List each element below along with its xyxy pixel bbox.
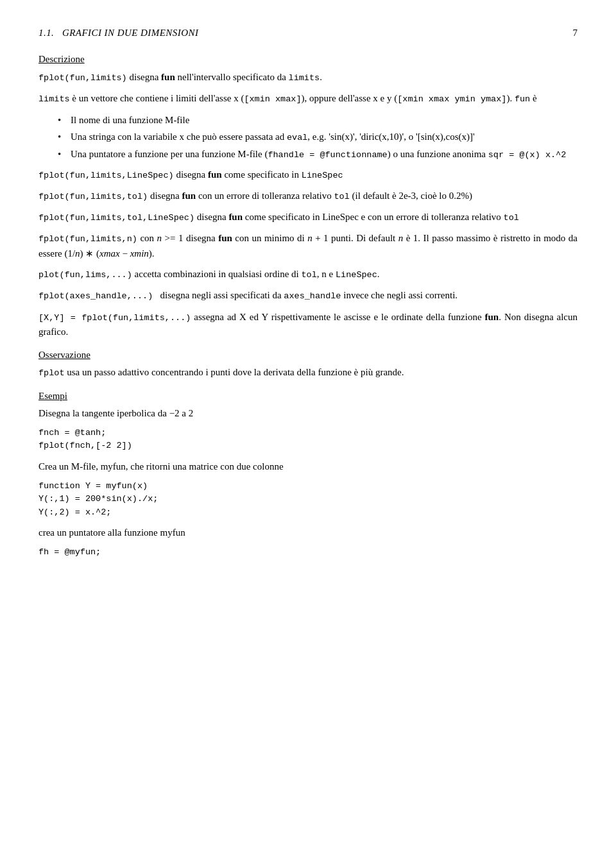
code-fun-2: fun bbox=[515, 94, 530, 104]
code-xy-fplot: [X,Y] = fplot(fun,limits,...) bbox=[38, 313, 191, 323]
code-tol: tol bbox=[334, 192, 349, 201]
paragraph-n: fplot(fun,limits,n) con n >= 1 disegna f… bbox=[38, 231, 578, 260]
page-number: 7 bbox=[573, 26, 578, 40]
bullet-1: Il nome di una funzione M-file bbox=[58, 113, 578, 128]
code-fplot-axes: fplot(axes_handle,...) bbox=[38, 291, 153, 301]
paragraph-fplot-limits: fplot(fun,limits) disegna fun nell'inter… bbox=[38, 70, 578, 85]
descrizione-heading: Descrizione bbox=[38, 52, 578, 67]
code-plot-lims: plot(fun,lims,...) bbox=[38, 270, 132, 280]
bold-fun-6: fun bbox=[218, 233, 232, 243]
code-fhandle: fhandle = @functionname bbox=[268, 150, 387, 160]
code-xmin-xmax-ymin-ymax: [xmin xmax ymin ymax] bbox=[397, 94, 506, 104]
paragraph-linespec: fplot(fun,limits,LineSpec) disegna fun c… bbox=[38, 167, 578, 182]
code-limits: limits bbox=[289, 73, 320, 83]
code-fplot-obs: fplot bbox=[38, 368, 65, 378]
code-block-1: fnch = @tanh; fplot(fnch,[-2 2]) bbox=[38, 427, 578, 453]
paragraph-xy-fplot: [X,Y] = fplot(fun,limits,...) assegna ad… bbox=[38, 310, 578, 339]
paragraph-limits-desc: limits è un vettore che contiene i limit… bbox=[38, 91, 578, 106]
italic-xmax: xmax bbox=[99, 248, 120, 259]
section-number: 1.1. bbox=[38, 28, 54, 38]
bold-fun-1: fun bbox=[161, 72, 175, 82]
code-tol-2: tol bbox=[504, 213, 519, 223]
code-axes-handle: axes_handle bbox=[284, 291, 341, 301]
bold-fun-4: fun bbox=[182, 191, 196, 201]
crea-puntatore-text: crea un puntatore alla funzione myfun bbox=[38, 525, 578, 540]
code-fplot-limits: fplot(fun,limits) bbox=[38, 73, 127, 83]
osservazione-section: Osservazione fplot usa un passo adattivo… bbox=[38, 348, 578, 380]
italic-n-1: n bbox=[157, 233, 162, 243]
descrizione-section: Descrizione fplot(fun,limits) disegna fu… bbox=[38, 52, 578, 339]
code-fplot-tol-linespec: fplot(fun,limits,tol,LineSpec) bbox=[38, 213, 194, 223]
bold-fun-3: fun bbox=[208, 169, 222, 180]
code-eval: eval bbox=[287, 133, 307, 142]
paragraph-plot-lims: plot(fun,lims,...) accetta combinazioni … bbox=[38, 267, 578, 282]
paragraph-axes-handle: fplot(axes_handle,...) disegna negli ass… bbox=[38, 288, 578, 303]
esempi-intro: Disegna la tangente iperbolica da −2 a 2 bbox=[38, 406, 578, 421]
code-fplot-tol: fplot(fun,limits,tol) bbox=[38, 192, 148, 201]
esempi-heading: Esempi bbox=[38, 389, 578, 404]
crea-mfile-text: Crea un M-file, myfun, che ritorni una m… bbox=[38, 459, 578, 474]
osservazione-text: fplot usa un passo adattivo concentrando… bbox=[38, 365, 578, 380]
italic-n-3: n bbox=[398, 233, 404, 243]
bold-fun-7: fun bbox=[485, 312, 499, 322]
fun-bullets: Il nome di una funzione M-file Una strin… bbox=[58, 113, 578, 162]
paragraph-tol-linespec: fplot(fun,limits,tol,LineSpec) disegna f… bbox=[38, 210, 578, 225]
code-block-3: fh = @myfun; bbox=[38, 546, 578, 559]
code-fplot-n: fplot(fun,limits,n) bbox=[38, 234, 137, 244]
section-title: 1.1. GRAFICI IN DUE DIMENSIONI bbox=[38, 26, 198, 40]
code-sqr: sqr = @(x) x.^2 bbox=[488, 150, 567, 160]
bullet-2: Una stringa con la variabile x che può e… bbox=[58, 130, 578, 144]
code-linespec: LineSpec bbox=[302, 171, 343, 180]
code-linespec-2: LineSpec bbox=[336, 270, 377, 280]
code-limits-2: limits bbox=[38, 94, 70, 104]
italic-xmin: xmin bbox=[130, 248, 149, 259]
bold-fun-5: fun bbox=[228, 212, 243, 222]
bullet-3: Una puntatore a funzione per una funzion… bbox=[58, 147, 578, 162]
italic-n-2: n bbox=[307, 233, 312, 243]
code-xmin-xmax: [xmin xmax] bbox=[244, 94, 301, 104]
code-fplot-linespec: fplot(fun,limits,LineSpec) bbox=[38, 171, 174, 180]
esempi-section: Esempi Disegna la tangente iperbolica da… bbox=[38, 389, 578, 559]
page-header: 1.1. GRAFICI IN DUE DIMENSIONI 7 bbox=[38, 26, 578, 40]
osservazione-heading: Osservazione bbox=[38, 348, 578, 362]
code-block-2: function Y = myfun(x) Y(:,1) = 200*sin(x… bbox=[38, 480, 578, 519]
section-heading: GRAFICI IN DUE DIMENSIONI bbox=[62, 28, 198, 38]
paragraph-tol: fplot(fun,limits,tol) disegna fun con un… bbox=[38, 189, 578, 203]
code-tol-3: tol bbox=[302, 270, 317, 280]
italic-n-4: n bbox=[75, 248, 80, 259]
